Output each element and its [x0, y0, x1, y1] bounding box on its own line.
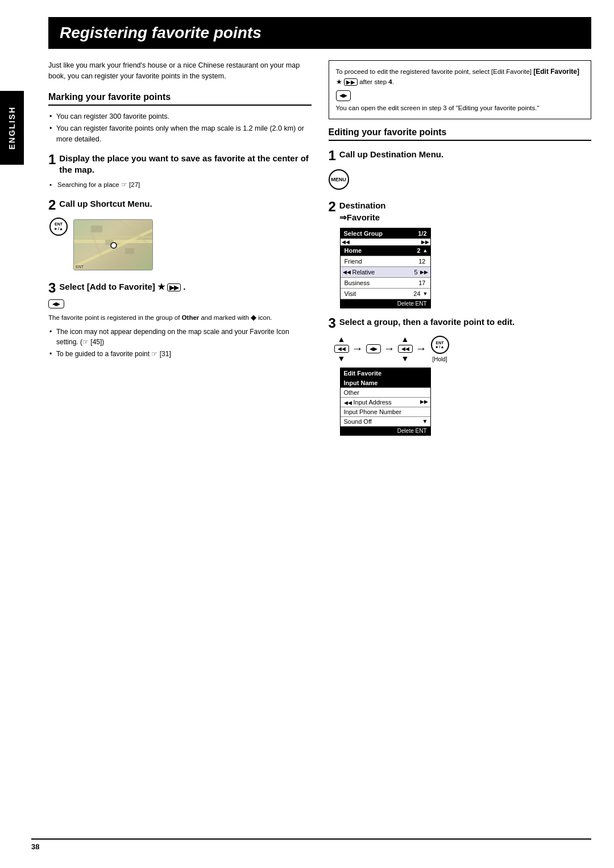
- bullet-item: The icon may not appear depending on the…: [48, 327, 312, 347]
- step-3-title: Select [Add to Favorite] ★ ▶▶ .: [59, 281, 185, 293]
- step-1-sub: Searching for a place ☞ [27]: [48, 180, 312, 190]
- intro-text: Just like you mark your friend's house o…: [48, 60, 312, 82]
- step-3-desc: The favorite point is registered in the …: [48, 312, 312, 323]
- group-row-relative[interactable]: ◀◀ Relative 5 ▶▶: [341, 267, 430, 278]
- bottom-line: [31, 838, 591, 840]
- arrow-sequence: ▲ ◀◀ ▼ → ◀▶ → ▲: [334, 335, 592, 363]
- edit-favorite-widget: Edit Favorite Input Name Other ◀◀ Input …: [340, 368, 592, 436]
- group-prev-next: ◀◀ ▶▶: [341, 239, 430, 245]
- right-step-3-num: 3: [329, 316, 336, 330]
- bullet-item: To be guided to a favorite point ☞ [31]: [48, 349, 312, 359]
- map-screenshot: ENT: [73, 219, 153, 270]
- right-step-1-header: 1 Call up Destination Menu.: [329, 149, 592, 162]
- svg-rect-4: [125, 248, 134, 254]
- page-container: ENGLISH Registering favorite points Just…: [0, 0, 614, 868]
- group-row-business[interactable]: Business 17: [341, 278, 430, 289]
- section-heading-marking: Marking your favorite points: [48, 92, 312, 106]
- edit-fav-row-other[interactable]: Other: [341, 388, 430, 398]
- right-step-3-title: Select a group, then a favorite point to…: [339, 316, 515, 328]
- note-knob-icon: ◀▶: [336, 90, 584, 102]
- step-2-header: 2 Call up Shortcut Menu.: [48, 198, 312, 212]
- step-3-header: 3 Select [Add to Favorite] ★ ▶▶ .: [48, 281, 312, 295]
- step-2-num: 2: [48, 198, 56, 212]
- step-1-block: 1 Display the place you want to save as …: [48, 153, 312, 190]
- right-column: To proceed to edit the registered favori…: [329, 60, 592, 444]
- sidebar-label: ENGLISH: [0, 91, 24, 165]
- step-2-visuals: ENT►/▲: [48, 216, 312, 273]
- svg-rect-3: [91, 226, 102, 232]
- left-column: Just like you mark your friend's house o…: [48, 60, 312, 444]
- step-3-num: 3: [48, 281, 56, 295]
- bullet-item: You can register favorite points only wh…: [48, 123, 312, 145]
- main-content: Registering favorite points Just like yo…: [31, 0, 614, 478]
- step-1-header: 1 Display the place you want to save as …: [48, 153, 312, 176]
- step-3-block: 3 Select [Add to Favorite] ★ ▶▶ .: [48, 281, 312, 359]
- select-group-widget: Select Group 1/2 ◀◀ ▶▶ Home 2: [340, 228, 592, 308]
- right-step-1-block: 1 Call up Destination Menu. MENU: [329, 149, 592, 192]
- menu-button[interactable]: MENU: [329, 167, 592, 192]
- right-step-2-block: 2 Destination ⇒Favorite Select Group 1/2: [329, 200, 592, 308]
- marking-bullets: You can register 300 favorite points. Yo…: [48, 111, 312, 145]
- right-step-2-title: Destination ⇒Favorite: [339, 200, 386, 223]
- section-marking: Marking your favorite points You can reg…: [48, 92, 312, 145]
- bullet-item: You can register 300 favorite points.: [48, 111, 312, 122]
- step-3-knob: ◀▶: [48, 299, 312, 309]
- svg-text:ENT: ENT: [76, 265, 84, 269]
- group-row-visit[interactable]: Visit 24 ▼: [341, 289, 430, 299]
- select-group-footer: Delete ENT: [341, 299, 430, 308]
- nav-up-down-2: ▲ ◀◀ ▼: [398, 335, 413, 363]
- edit-fav-footer: Delete ENT: [341, 427, 430, 435]
- select-group-table: Select Group 1/2 ◀◀ ▶▶ Home 2: [340, 228, 431, 308]
- right-step-3-block: 3 Select a group, then a favorite point …: [329, 316, 592, 436]
- right-step-3-header: 3 Select a group, then a favorite point …: [329, 316, 592, 330]
- section-editing: Editing your favorite points: [329, 127, 592, 141]
- edit-fav-row-inputphone[interactable]: Input Phone Number: [341, 407, 430, 417]
- step-3-bullets: The icon may not appear depending on the…: [48, 327, 312, 359]
- edit-fav-table: Edit Favorite Input Name Other ◀◀ Input …: [340, 368, 431, 436]
- section-heading-editing: Editing your favorite points: [329, 127, 592, 141]
- two-col-layout: Just like you mark your friend's house o…: [48, 60, 591, 444]
- page-title: Registering favorite points: [60, 24, 580, 42]
- step-2-block: 2 Call up Shortcut Menu. ENT►/▲: [48, 198, 312, 273]
- right-step-1-num: 1: [329, 149, 336, 162]
- edit-fav-row-inputname[interactable]: Input Name: [341, 378, 430, 388]
- ent-button-step2[interactable]: ENT►/▲: [49, 218, 68, 236]
- select-group-header: Select Group 1/2: [341, 228, 430, 239]
- svg-point-6: [111, 243, 117, 248]
- title-banner: Registering favorite points: [48, 17, 591, 49]
- step-1-num: 1: [48, 153, 56, 166]
- step-2-title: Call up Shortcut Menu.: [59, 198, 152, 210]
- edit-fav-header: Edit Favorite: [341, 368, 430, 378]
- ent-hold: ENT►/▲ [Hold]: [430, 335, 450, 362]
- right-step-2-header: 2 Destination ⇒Favorite: [329, 200, 592, 223]
- page-number: 38: [31, 842, 39, 851]
- edit-fav-row-inputaddress[interactable]: ◀◀ Input Address ▶▶: [341, 398, 430, 407]
- group-row-friend[interactable]: Friend 12: [341, 256, 430, 267]
- right-step-2-num: 2: [329, 200, 336, 214]
- edit-fav-row-soundoff[interactable]: Sound Off ▼: [341, 417, 430, 427]
- ent-button-right[interactable]: ENT►/▲: [431, 336, 449, 354]
- step-1-title: Display the place you want to save as fa…: [59, 153, 311, 176]
- nav-up-down: ▲ ◀◀ ▼: [334, 335, 349, 363]
- right-step-1-title: Call up Destination Menu.: [339, 149, 443, 160]
- note-box: To proceed to edit the registered favori…: [329, 60, 592, 119]
- group-row-home[interactable]: Home 2 ▲: [341, 245, 430, 256]
- svg-line-2: [119, 220, 153, 248]
